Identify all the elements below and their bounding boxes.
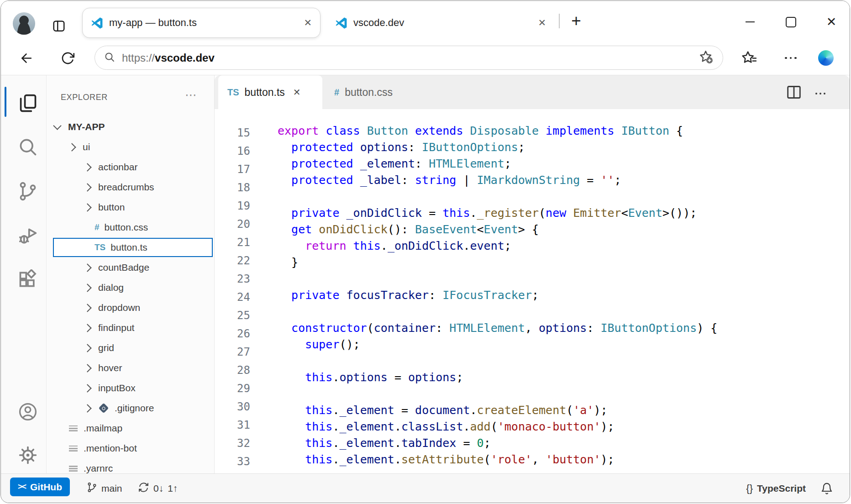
line-number: 21 (215, 233, 250, 252)
line-number: 26 (215, 325, 250, 343)
line-number: 28 (215, 361, 250, 379)
tree-item-label: hover (98, 362, 122, 373)
extensions-icon[interactable] (18, 269, 38, 289)
editor-tab-close-icon[interactable]: ✕ (293, 87, 301, 98)
tree-item-countbadge[interactable]: countBadge (47, 257, 214, 278)
tree-item-dot-gitignore[interactable]: .gitignore (47, 398, 214, 418)
browser-titlebar: my-app — button.ts ✕ vscode.dev ✕ + ✕ (1, 1, 850, 41)
add-favorite-icon[interactable] (699, 50, 714, 66)
line-number: 33 (215, 452, 250, 471)
code-line: this.options = options; (278, 369, 850, 386)
code-line: this._element = document.createElement('… (278, 402, 850, 419)
profile-avatar[interactable] (13, 12, 35, 35)
tree-item-dialog[interactable]: dialog (47, 278, 214, 298)
activity-bar (1, 75, 47, 476)
source-control-icon[interactable] (18, 181, 38, 201)
run-debug-icon[interactable] (18, 226, 38, 246)
notifications-bell-icon[interactable] (820, 482, 833, 495)
generic-file-icon (69, 425, 78, 431)
browser-tab-vscode-dev[interactable]: vscode.dev ✕ (327, 8, 554, 38)
url-text[interactable]: https://vscode.dev (122, 52, 215, 64)
chevron-right-icon (83, 284, 91, 292)
tree-item-dot-mention-bot[interactable]: .mention-bot (47, 438, 214, 458)
line-number: 19 (215, 197, 250, 215)
editor-tab-button-ts[interactable]: TS button.ts ✕ (218, 75, 322, 109)
close-button[interactable]: ✕ (821, 12, 841, 32)
code-line (278, 353, 850, 369)
editor-tab-button-css[interactable]: # button.css (322, 75, 432, 109)
tree-item-grid[interactable]: grid (47, 338, 214, 358)
tree-item-dropdown[interactable]: dropdown (47, 298, 214, 318)
tab-divider (559, 14, 560, 28)
address-bar[interactable]: https://vscode.dev (95, 46, 723, 70)
css-file-icon: # (95, 222, 100, 232)
tree-item-label: ui (83, 142, 90, 152)
browser-tab-title: vscode.dev (353, 17, 404, 29)
tree-item-my-app[interactable]: MY-APP (47, 117, 214, 137)
url-host: vscode.dev (155, 52, 215, 64)
explorer-icon[interactable] (18, 93, 38, 113)
chevron-right-icon (83, 324, 91, 332)
search-side-icon[interactable] (18, 137, 38, 157)
editor-group: TS button.ts ✕ # button.css 151617181920… (215, 75, 850, 476)
maximize-button[interactable] (781, 12, 801, 32)
browser-tab-my-app[interactable]: my-app — button.ts ✕ (82, 8, 320, 38)
tree-item-inputbox[interactable]: inputBox (47, 378, 214, 398)
tree-item-label: .mention-bot (84, 443, 137, 454)
ts-file-icon: TS (95, 242, 105, 252)
tree-item-label: countBadge (98, 262, 149, 273)
tree-item-breadcrumbs[interactable]: breadcrumbs (47, 177, 214, 197)
settings-gear-icon[interactable] (18, 445, 38, 465)
tree-item-label: .yarnrc (84, 463, 113, 474)
code-line: super(); (278, 336, 850, 353)
language-indicator[interactable]: {} TypeScript (746, 474, 806, 503)
line-number: 20 (215, 215, 250, 233)
remote-indicator[interactable]: >< GitHub (10, 478, 70, 496)
tree-item-button-ts[interactable]: TSbutton.ts (47, 237, 214, 257)
line-number: 17 (215, 160, 250, 178)
language-label: TypeScript (757, 483, 806, 494)
line-number: 25 (215, 306, 250, 325)
tree-item-label: grid (98, 342, 114, 353)
explorer-more-actions-icon[interactable]: ⋯ (185, 88, 197, 102)
tree-item-hover[interactable]: hover (47, 358, 214, 378)
tab-close-icon[interactable]: ✕ (304, 17, 312, 28)
code-line (278, 271, 850, 287)
tree-item-button-css[interactable]: #button.css (47, 217, 214, 237)
chevron-right-icon (83, 203, 91, 211)
tree-item-findinput[interactable]: findinput (47, 318, 214, 338)
tab-close-icon[interactable]: ✕ (538, 17, 546, 28)
tree-item-dot-mailmap[interactable]: .mailmap (47, 418, 214, 438)
maximize-icon (786, 17, 796, 27)
branch-indicator[interactable]: main (87, 474, 122, 503)
tree-item-label: findinput (98, 322, 134, 333)
minimize-button[interactable] (740, 12, 760, 32)
more-options-icon[interactable] (783, 50, 798, 66)
copilot-icon[interactable] (818, 50, 834, 66)
tree-item-ui[interactable]: ui (47, 137, 214, 157)
git-icon (99, 403, 109, 414)
chevron-right-icon (68, 143, 76, 151)
editor-more-actions-icon[interactable] (811, 84, 830, 103)
account-icon[interactable] (18, 402, 38, 422)
new-tab-button[interactable]: + (566, 11, 586, 31)
tab-actions-icon[interactable] (52, 19, 66, 33)
status-bar: >< GitHub main 0↓ 1↑ {} Ty (1, 473, 850, 503)
editor-tab-label: button.ts (245, 86, 285, 99)
tree-item-button[interactable]: button (47, 197, 214, 217)
minimize-icon (746, 21, 755, 23)
back-button[interactable] (19, 51, 33, 65)
tree-item-actionbar[interactable]: actionbar (47, 157, 214, 177)
search-icon (104, 52, 115, 64)
favorites-icon[interactable] (741, 50, 757, 66)
code-editor[interactable]: 1516171819202122232425262728293031323334… (215, 109, 850, 476)
sync-indicator[interactable]: 0↓ 1↑ (138, 474, 178, 503)
refresh-button[interactable] (61, 51, 75, 65)
browser-window: my-app — button.ts ✕ vscode.dev ✕ + ✕ (0, 0, 850, 503)
tree-item-label: inputBox (98, 383, 136, 394)
split-editor-icon[interactable] (785, 83, 803, 101)
code-line (278, 304, 850, 320)
tree-item-label: breadcrumbs (98, 182, 154, 193)
braces-icon: {} (746, 483, 753, 494)
generic-file-icon (69, 466, 78, 472)
